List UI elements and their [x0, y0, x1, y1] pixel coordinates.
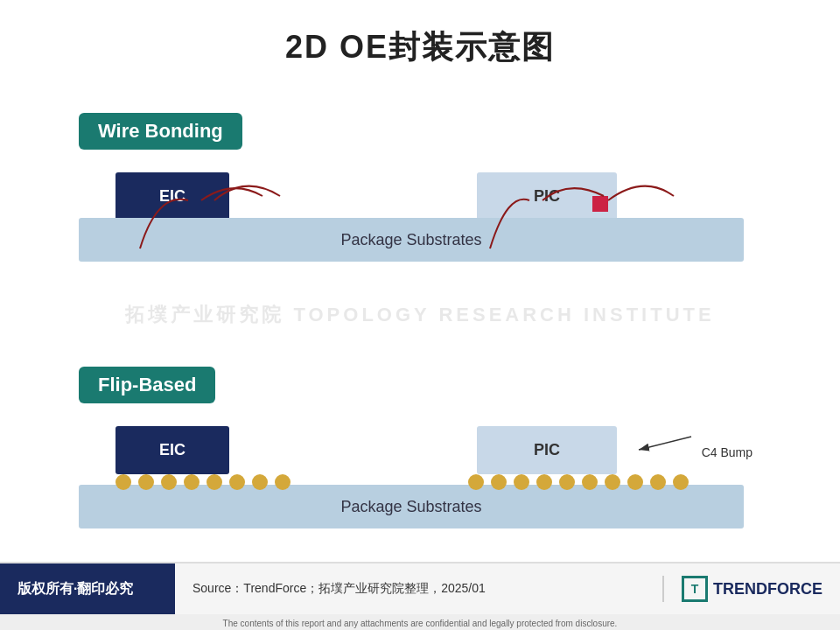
section-top: Wire Bonding EIC PIC Package Substrates	[61, 113, 779, 288]
c4-bump-label: C4 Bump	[702, 445, 752, 459]
diagram-area: Wire Bonding EIC PIC Package Substrates …	[61, 95, 779, 533]
wire-bonding-label: Wire Bonding	[79, 113, 242, 150]
tf-icon: T	[682, 576, 708, 602]
substrate-top: Package Substrates	[79, 218, 744, 262]
chip-eic-bottom: EIC	[116, 426, 229, 474]
chip-eic-top: EIC	[116, 172, 229, 220]
substrate-bottom: Package Substrates	[79, 485, 744, 528]
tf-brand: TRENDFORCE	[713, 580, 822, 598]
trendforce-logo: T TRENDFORCE	[682, 576, 822, 602]
chip-pic-bottom: PIC	[477, 426, 617, 474]
flip-based-label: Flip-Based	[79, 367, 215, 403]
main-content: 2D OE封装示意图 拓墣产业研究院 TOPOLOGY RESEARCH INS…	[0, 0, 840, 578]
disclaimer-bar: The contents of this report and any atta…	[0, 614, 840, 630]
footer: 版权所有·翻印必究 Source：TrendForce；拓墣产业研究院整理，20…	[0, 562, 840, 614]
red-square	[592, 196, 608, 212]
section-bottom: Flip-Based EIC PIC C4 Bump	[61, 367, 779, 559]
chip-pic-top: PIC	[477, 172, 617, 220]
bumps-eic	[116, 474, 290, 490]
footer-copyright: 版权所有·翻印必究	[0, 564, 175, 614]
footer-logo: T TRENDFORCE	[662, 576, 840, 602]
footer-source: Source：TrendForce；拓墣产业研究院整理，2025/01	[175, 581, 662, 597]
bumps-pic	[468, 474, 689, 490]
page-title: 2D OE封装示意图	[285, 26, 555, 69]
